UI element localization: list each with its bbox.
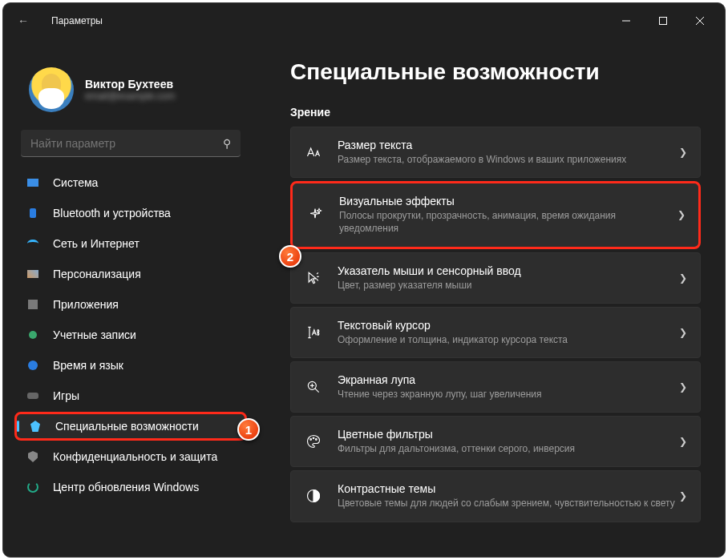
card-subtitle: Цветовые темы для людей со слабым зрение… [338, 497, 679, 510]
sidebar-item-label: Приложения [53, 298, 119, 311]
sidebar-item-accounts[interactable]: Учетные записи [14, 320, 247, 349]
card-text: Визуальные эффекты Полосы прокрутки, про… [339, 195, 677, 235]
svg-point-8 [310, 439, 312, 441]
accounts-icon [26, 328, 40, 342]
titlebar: ← Параметры [3, 3, 725, 38]
annotation-badge-1: 1 [237, 418, 260, 441]
user-name: Виктор Бухтеев [85, 78, 175, 91]
section-label: Зрение [290, 106, 701, 119]
paintbrush-icon [26, 267, 40, 281]
wifi-icon [26, 236, 40, 251]
card-title: Указатель мыши и сенсорный ввод [338, 264, 679, 277]
svg-rect-1 [660, 18, 667, 25]
chevron-right-icon: ❯ [679, 147, 687, 158]
chevron-right-icon: ❯ [679, 381, 687, 393]
sidebar-item-label: Система [53, 176, 98, 189]
sidebar-item-label: Сеть и Интернет [53, 237, 140, 250]
main-panel: Специальные возможности Зрение Размер те… [258, 38, 725, 557]
card-text: Экранная лупа Чтение через экранную лупу… [338, 373, 679, 401]
sidebar-item-network[interactable]: Сеть и Интернет [14, 229, 247, 258]
svg-line-5 [315, 389, 319, 393]
update-icon [26, 480, 40, 494]
page-title: Специальные возможности [290, 59, 701, 85]
monitor-icon [26, 175, 40, 190]
window-title: Параметры [51, 15, 103, 26]
search-input[interactable] [30, 137, 223, 150]
sidebar-item-label: Игры [53, 389, 79, 402]
chevron-right-icon: ❯ [679, 272, 687, 284]
search-icon: ⚲ [223, 137, 231, 150]
svg-point-9 [313, 437, 314, 439]
shield-icon [26, 449, 40, 464]
chevron-right-icon: ❯ [677, 209, 686, 220]
card-text-size[interactable]: Размер текста Размер текста, отображаемо… [290, 127, 701, 178]
sidebar-item-label: Учетные записи [53, 328, 136, 341]
text-size-icon [302, 144, 325, 160]
sidebar-item-label: Конфиденциальность и защита [53, 450, 217, 463]
sidebar-item-label: Центр обновления Windows [53, 481, 199, 494]
card-contrast-themes[interactable]: Контрастные темы Цветовые темы для людей… [290, 470, 701, 522]
user-info: Виктор Бухтеев email@example.com [85, 78, 175, 102]
contrast-icon [302, 488, 325, 504]
sparkle-icon [304, 207, 326, 223]
sidebar-item-windows-update[interactable]: Центр обновления Windows [14, 473, 247, 502]
maximize-button[interactable] [645, 8, 681, 34]
card-text: Размер текста Размер текста, отображаемо… [338, 139, 679, 166]
annotation-badge-2: 2 [279, 245, 301, 268]
palette-icon [302, 433, 325, 449]
sidebar-item-time-language[interactable]: Время и язык [14, 351, 247, 380]
sidebar-item-label: Специальные возможности [55, 420, 199, 433]
card-visual-effects[interactable]: Визуальные эффекты Полосы прокрутки, про… [290, 181, 701, 248]
card-text: Цветные фильтры Фильтры для дальтонизма,… [338, 428, 679, 455]
minimize-button[interactable] [608, 8, 645, 34]
sidebar-item-label: Время и язык [53, 359, 123, 372]
sidebar-item-accessibility[interactable]: Специальные возможности [14, 412, 247, 441]
sidebar-item-bluetooth[interactable]: Bluetooth и устройства [14, 199, 247, 228]
avatar [29, 67, 74, 112]
back-button[interactable]: ← [18, 14, 37, 27]
apps-icon [26, 297, 40, 312]
sidebar-item-gaming[interactable]: Игры [14, 381, 247, 410]
bluetooth-icon [26, 206, 40, 220]
content-area: Виктор Бухтеев email@example.com ⚲ Систе… [3, 38, 725, 557]
chevron-right-icon: ❯ [679, 490, 687, 502]
settings-window: ← Параметры Виктор Бухтеев email@example… [2, 2, 726, 558]
user-email: email@example.com [85, 91, 175, 102]
card-title: Размер текста [338, 139, 679, 151]
chevron-right-icon: ❯ [679, 327, 687, 338]
sidebar-item-apps[interactable]: Приложения [14, 290, 247, 319]
card-subtitle: Чтение через экранную лупу, шаг увеличен… [338, 388, 679, 401]
user-profile[interactable]: Виктор Бухтеев email@example.com [29, 67, 247, 112]
nav-list: Система Bluetooth и устройства Сеть и Ин… [14, 168, 247, 502]
gamepad-icon [26, 389, 40, 403]
sidebar-item-label: Bluetooth и устройства [53, 207, 171, 220]
sidebar-item-privacy[interactable]: Конфиденциальность и защита [14, 442, 247, 471]
card-title: Визуальные эффекты [339, 195, 677, 207]
card-subtitle: Полосы прокрутки, прозрачность, анимация… [339, 209, 677, 235]
sidebar-item-personalization[interactable]: Персонализация [14, 260, 247, 288]
globe-icon [26, 358, 40, 373]
card-text-cursor[interactable]: Текстовый курсор Оформление и толщина, и… [290, 307, 701, 358]
card-title: Текстовый курсор [338, 319, 679, 332]
window-controls [608, 8, 718, 34]
sidebar-item-label: Персонализация [53, 268, 141, 280]
card-subtitle: Цвет, размер указателя мыши [338, 279, 679, 292]
card-mouse-pointer[interactable]: Указатель мыши и сенсорный ввод Цвет, ра… [290, 252, 701, 304]
card-title: Экранная лупа [338, 373, 679, 386]
card-color-filters[interactable]: Цветные фильтры Фильтры для дальтонизма,… [290, 416, 701, 467]
card-title: Контрастные темы [338, 482, 679, 495]
search-box[interactable]: ⚲ [21, 130, 241, 157]
card-subtitle: Размер текста, отображаемого в Windows и… [338, 153, 679, 166]
card-text: Текстовый курсор Оформление и толщина, и… [338, 319, 679, 346]
accessibility-icon [28, 419, 42, 433]
svg-point-10 [316, 439, 317, 441]
text-cursor-icon [302, 324, 325, 340]
card-text: Контрастные темы Цветовые темы для людей… [338, 482, 679, 510]
chevron-right-icon: ❯ [679, 436, 687, 447]
close-button[interactable] [681, 8, 718, 34]
sidebar-item-system[interactable]: Система [14, 168, 247, 197]
card-text: Указатель мыши и сенсорный ввод Цвет, ра… [338, 264, 679, 292]
cursor-icon [302, 270, 325, 286]
sidebar: Виктор Бухтеев email@example.com ⚲ Систе… [3, 38, 258, 557]
card-magnifier[interactable]: Экранная лупа Чтение через экранную лупу… [290, 361, 701, 413]
